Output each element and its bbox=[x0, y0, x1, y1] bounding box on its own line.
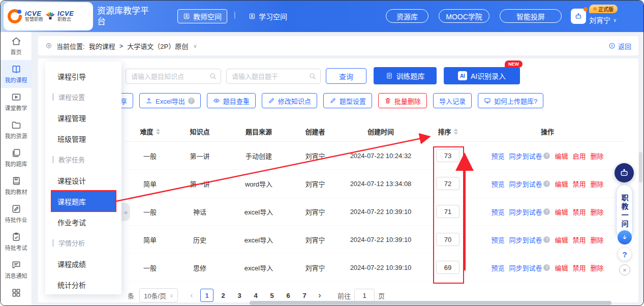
page-button[interactable]: 1 bbox=[200, 289, 213, 302]
page-button[interactable]: 7 bbox=[298, 289, 311, 302]
training-bank-button[interactable]: 训练题库 bbox=[374, 67, 437, 84]
preview-link[interactable]: 预览 bbox=[491, 179, 504, 189]
batch-delete-button[interactable]: 批量删除 bbox=[378, 93, 427, 108]
menu-item-course-guide[interactable]: 课程引导 bbox=[45, 66, 121, 86]
scroll-down-button[interactable] bbox=[618, 230, 632, 244]
menu-item-course-design[interactable]: 课程设计 bbox=[45, 170, 121, 191]
page-button[interactable]: 5 bbox=[265, 289, 279, 302]
learning-space-button[interactable]: 学习空间 bbox=[243, 9, 292, 23]
search-icon[interactable] bbox=[309, 72, 317, 80]
sync-to-paper-link[interactable]: 同步到试卷 bbox=[509, 151, 542, 161]
goto-page-input[interactable] bbox=[354, 289, 375, 302]
delete-link[interactable]: 删除 bbox=[591, 207, 604, 217]
sort-order-input[interactable] bbox=[436, 261, 459, 274]
sort-order-input[interactable] bbox=[436, 149, 459, 162]
smart-screencast-button[interactable]: 智能投屏 bbox=[500, 9, 562, 23]
vertical-scrollbar[interactable] bbox=[639, 152, 642, 182]
mooc-college-button[interactable]: MOOC学院 bbox=[439, 9, 489, 23]
sort-order-input[interactable] bbox=[436, 233, 459, 246]
sidebar-item-label: 我的资源 bbox=[5, 132, 27, 140]
edit-link[interactable]: 编辑 bbox=[555, 235, 568, 244]
sort-carets-icon[interactable] bbox=[454, 129, 458, 135]
sidebar-item-home[interactable]: 首页 bbox=[1, 32, 32, 60]
assistant-robot-icon[interactable] bbox=[571, 9, 586, 24]
menu-item-statistics[interactable]: 统计分析 bbox=[45, 274, 121, 295]
stem-search-input[interactable] bbox=[226, 69, 321, 84]
toggle-enable-link[interactable]: 启用 bbox=[573, 151, 586, 161]
help-float-button[interactable]: ? bbox=[618, 248, 631, 261]
toggle-enable-link[interactable]: 禁用 bbox=[573, 179, 586, 189]
assistant-float-button[interactable] bbox=[615, 163, 634, 182]
page-button[interactable]: 4 bbox=[249, 289, 262, 302]
toggle-enable-link[interactable]: 禁用 bbox=[573, 207, 586, 217]
sort-carets-icon[interactable] bbox=[156, 129, 160, 135]
sidebar-item-pending-exams[interactable]: 待批考试 bbox=[1, 228, 32, 256]
sidebar-item-notifications[interactable]: 消息通知 bbox=[1, 256, 32, 284]
how-upload-button[interactable]: 如何上传题库? bbox=[478, 93, 543, 108]
sidebar-item-my-question-bank[interactable]: 我的题库 bbox=[1, 144, 32, 172]
horizontal-scrollbar[interactable] bbox=[250, 301, 611, 305]
breadcrumb-current[interactable]: 大学语文（2P）原创 bbox=[127, 41, 188, 51]
page-button[interactable]: 2 bbox=[217, 289, 230, 302]
question-type-button[interactable]: 题型设置 bbox=[323, 93, 372, 108]
menu-item-course-management[interactable]: 课程管理 bbox=[45, 107, 121, 128]
toggle-enable-link[interactable]: 禁用 bbox=[573, 235, 586, 244]
duplicate-check-button[interactable]: 题目查重 bbox=[207, 93, 256, 108]
close-widgets-button[interactable]: × bbox=[619, 264, 630, 276]
column-header-created-time: 创建时间 bbox=[337, 127, 424, 136]
sidebar-item-my-resources[interactable]: 我的资源 bbox=[1, 116, 32, 144]
preview-link[interactable]: 预览 bbox=[491, 151, 504, 161]
menu-item-course-question-bank[interactable]: 课程题库 bbox=[51, 191, 115, 211]
delete-link[interactable]: 删除 bbox=[591, 235, 604, 244]
knowledge-search-input[interactable] bbox=[126, 69, 221, 84]
edit-link[interactable]: 编辑 bbox=[555, 263, 568, 272]
preview-link[interactable]: 预览 bbox=[491, 263, 504, 272]
query-button[interactable]: 查询 bbox=[326, 68, 366, 84]
prev-page-button[interactable]: ‹ bbox=[186, 289, 197, 302]
toggle-enable-link[interactable]: 禁用 bbox=[573, 263, 586, 272]
preview-link[interactable]: 预览 bbox=[491, 235, 504, 244]
chevron-down-icon[interactable]: ∨ bbox=[193, 43, 197, 49]
sidebar-item-partial[interactable] bbox=[1, 284, 32, 304]
sync-to-paper-link[interactable]: 同步到试卷 bbox=[509, 235, 542, 244]
delete-link[interactable]: 删除 bbox=[591, 179, 604, 189]
resource-library-button[interactable]: 资源库 bbox=[386, 9, 428, 23]
edit-link[interactable]: 编辑 bbox=[555, 207, 568, 217]
chevron-down-icon: ∨ bbox=[170, 293, 173, 298]
next-page-button[interactable]: › bbox=[314, 289, 325, 302]
sync-to-paper-link[interactable]: 同步到试卷 bbox=[509, 207, 542, 217]
import-record-button[interactable]: 导入记录 bbox=[433, 93, 472, 108]
teacher-space-button[interactable]: 教师空间 bbox=[177, 9, 227, 23]
search-icon[interactable] bbox=[209, 72, 217, 80]
page-button[interactable]: 6 bbox=[282, 289, 295, 302]
sidebar-item-my-courses[interactable]: 我的课程 bbox=[1, 60, 32, 88]
menu-item-class-management[interactable]: 班级管理 bbox=[45, 128, 121, 149]
excel-export-button[interactable]: Excel导出? bbox=[139, 93, 201, 108]
preview-link[interactable]: 预览 bbox=[491, 207, 504, 217]
menu-item-homework-exam[interactable]: 作业考试 bbox=[45, 211, 121, 232]
edit-link[interactable]: 编辑 bbox=[555, 151, 568, 161]
delete-link[interactable]: 删除 bbox=[591, 151, 604, 161]
sidebar-item-my-textbooks[interactable]: 我的教材 bbox=[1, 172, 32, 200]
back-button[interactable]: 返回 bbox=[608, 41, 631, 51]
column-label: 题目来源 bbox=[246, 127, 272, 136]
ai-recognition-button[interactable]: AI AI识别录入 bbox=[444, 67, 520, 84]
cell-difficulty: 一般 bbox=[125, 151, 175, 161]
user-menu[interactable]: 正式版 刘宵宁 ∨ bbox=[589, 4, 618, 25]
trash-icon bbox=[384, 97, 391, 104]
collapse-menu-button[interactable]: « bbox=[121, 203, 130, 221]
sort-order-input[interactable] bbox=[436, 205, 459, 218]
modify-knowledge-button[interactable]: 修改知识点 bbox=[262, 93, 317, 108]
menu-item-course-grades[interactable]: 课程成绩 bbox=[45, 253, 121, 274]
sidebar-item-pending-homework[interactable]: 待批作业 bbox=[1, 200, 32, 228]
sidebar-item-classroom-teaching[interactable]: 课堂教学 bbox=[1, 88, 32, 116]
toolbar-actions-row: 享Excel导出?题目查重修改知识点题型设置批量删除导入记录如何上传题库? bbox=[114, 93, 543, 108]
page-size-select[interactable]: 10条/页 ∨ bbox=[139, 288, 178, 302]
sort-order-input[interactable] bbox=[436, 177, 459, 190]
page-button[interactable]: 3 bbox=[233, 289, 246, 302]
edit-link[interactable]: 编辑 bbox=[555, 179, 568, 189]
delete-link[interactable]: 删除 bbox=[591, 263, 604, 272]
breadcrumb-parent[interactable]: 我的课程 bbox=[89, 41, 115, 51]
sync-to-paper-link[interactable]: 同步到试卷 bbox=[509, 179, 542, 189]
sync-to-paper-link[interactable]: 同步到试卷 bbox=[509, 263, 542, 272]
